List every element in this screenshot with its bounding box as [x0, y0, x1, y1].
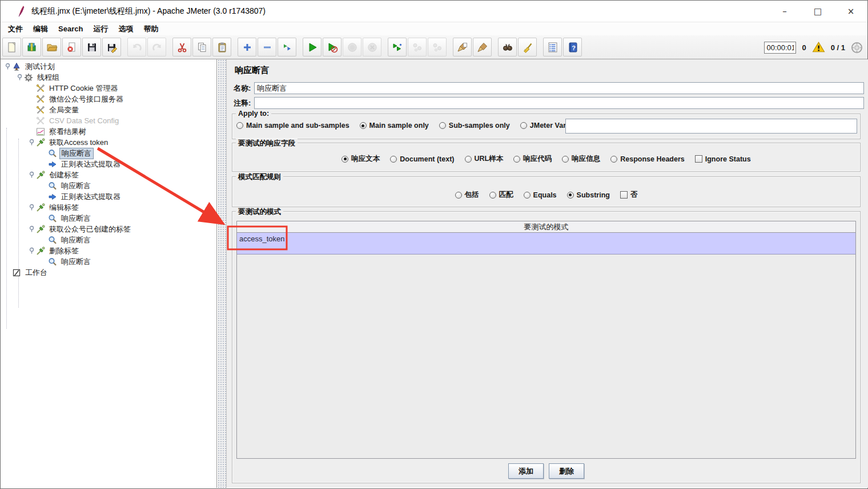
- radio-icon[interactable]: [236, 122, 243, 129]
- new-file-button[interactable]: [2, 38, 21, 56]
- tree-node-响应断言[interactable]: 响应断言: [1, 148, 216, 159]
- maximize-button[interactable]: □: [801, 1, 834, 22]
- pattern-rules-option-2[interactable]: Equals: [524, 191, 557, 199]
- minimize-button[interactable]: –: [768, 1, 801, 22]
- comment-input[interactable]: [254, 97, 864, 109]
- remove-button[interactable]: [258, 38, 276, 56]
- tree-node-创建标签[interactable]: 创建标签: [1, 169, 216, 180]
- tree-node-获取Access token[interactable]: 获取Access token: [1, 137, 216, 148]
- patterns-column-header[interactable]: 要测试的模式: [237, 221, 855, 233]
- menu-item-帮助[interactable]: 帮助: [138, 23, 163, 35]
- tree-node-删除标签[interactable]: 删除标签: [1, 245, 216, 256]
- menu-item-选项[interactable]: 选项: [113, 23, 138, 35]
- tree-node-响应断言[interactable]: 响应断言: [1, 256, 216, 267]
- response-field-option-1[interactable]: Document (text): [390, 155, 454, 163]
- radio-icon[interactable]: [610, 156, 617, 163]
- pattern-row[interactable]: access_token: [237, 233, 855, 254]
- menu-item-运行[interactable]: 运行: [88, 23, 113, 35]
- cut-button[interactable]: [172, 38, 191, 56]
- pattern-rules-checkbox[interactable]: 否: [620, 190, 638, 200]
- panel-splitter[interactable]: [218, 59, 227, 488]
- apply-to-option-2[interactable]: Sub-samples only: [439, 122, 510, 130]
- remote-start-all-button[interactable]: [388, 38, 407, 56]
- menu-item-文件[interactable]: 文件: [3, 23, 28, 35]
- expand-handle-icon[interactable]: [27, 203, 36, 212]
- response-field-checkbox[interactable]: Ignore Status: [695, 155, 751, 163]
- jmeter-variable-input[interactable]: [565, 119, 857, 134]
- delete-button[interactable]: 删除: [549, 463, 584, 479]
- radio-icon[interactable]: [360, 122, 367, 129]
- expand-handle-icon[interactable]: [27, 138, 36, 147]
- clear-all-button[interactable]: [473, 38, 492, 56]
- toolbar-group: [388, 38, 447, 56]
- radio-icon[interactable]: [567, 192, 574, 199]
- search-reset-button[interactable]: [518, 38, 537, 56]
- search-button[interactable]: [498, 38, 517, 56]
- radio-icon[interactable]: [489, 192, 496, 199]
- toggle-arrows-button[interactable]: [278, 38, 296, 56]
- tree-node-工作台[interactable]: 工作台: [1, 267, 216, 278]
- radio-icon[interactable]: [390, 156, 397, 163]
- response-field-option-5[interactable]: Response Headers: [610, 155, 685, 163]
- apply-to-option-0[interactable]: Main sample and sub-samples: [236, 122, 349, 130]
- radio-icon[interactable]: [524, 192, 531, 199]
- apply-to-option-1[interactable]: Main sample only: [360, 122, 429, 130]
- templates-button[interactable]: [22, 38, 41, 56]
- radio-icon[interactable]: [341, 156, 348, 163]
- tree-node-正则表达式提取器[interactable]: 正则表达式提取器: [1, 191, 216, 202]
- save-as-button[interactable]: [102, 38, 121, 56]
- tree-node-响应断言[interactable]: 响应断言: [1, 213, 216, 224]
- menu-item-Search[interactable]: Search: [53, 23, 88, 34]
- paste-button[interactable]: [212, 38, 231, 56]
- tree-node-响应断言[interactable]: 响应断言: [1, 235, 216, 245]
- pattern-rules-option-3[interactable]: Substring: [567, 191, 610, 199]
- expand-handle-icon[interactable]: [3, 62, 12, 71]
- checkbox-icon[interactable]: [695, 155, 702, 163]
- close-file-button[interactable]: [62, 38, 81, 56]
- pattern-rules-option-1[interactable]: 匹配: [489, 190, 513, 200]
- save-button[interactable]: [82, 38, 101, 56]
- start-button[interactable]: [303, 38, 322, 56]
- add-button[interactable]: 添加: [508, 463, 544, 479]
- tree-node-编辑标签[interactable]: 编辑标签: [1, 202, 216, 213]
- handle-spacer: [39, 236, 48, 245]
- function-helper-button[interactable]: [543, 38, 562, 56]
- help-button[interactable]: ?: [563, 38, 582, 56]
- radio-icon[interactable]: [455, 192, 462, 199]
- tree-node-HTTP Cookie 管理器[interactable]: HTTP Cookie 管理器: [1, 83, 216, 94]
- expand-handle-icon[interactable]: [27, 171, 36, 180]
- tree-node-正则表达式提取器[interactable]: 正则表达式提取器: [1, 159, 216, 169]
- expand-handle-icon[interactable]: [27, 246, 36, 256]
- expand-handle-icon[interactable]: [27, 225, 36, 234]
- copy-button[interactable]: [192, 38, 211, 56]
- clear-button[interactable]: [453, 38, 472, 56]
- tree-node-察看结果树[interactable]: 察看结果树: [1, 126, 216, 137]
- tree-node-微信公众号接口服务器[interactable]: 微信公众号接口服务器: [1, 94, 216, 104]
- response-field-option-2[interactable]: URL样本: [465, 154, 504, 164]
- name-input[interactable]: [254, 82, 864, 94]
- pattern-rules-option-0[interactable]: 包括: [455, 190, 479, 200]
- tree-node-响应断言[interactable]: 响应断言: [1, 180, 216, 191]
- checkbox-icon[interactable]: [620, 191, 628, 199]
- expand-handle-icon[interactable]: [15, 73, 24, 82]
- radio-icon[interactable]: [439, 122, 446, 129]
- tree-node-获取公众号已创建的标签[interactable]: 获取公众号已创建的标签: [1, 224, 216, 235]
- tree-node-线程组[interactable]: 线程组: [1, 72, 216, 83]
- radio-icon[interactable]: [513, 156, 520, 163]
- tree-node-CSV Data Set Config[interactable]: CSV Data Set Config: [1, 115, 216, 126]
- warning-icon[interactable]: [812, 42, 825, 53]
- start-no-pauses-button[interactable]: [323, 38, 341, 56]
- close-button[interactable]: ×: [834, 1, 867, 22]
- menu-item-编辑[interactable]: 编辑: [28, 23, 53, 35]
- add-button[interactable]: [238, 38, 256, 56]
- radio-icon[interactable]: [465, 156, 472, 163]
- tree-node-测试计划[interactable]: 测试计划: [1, 61, 216, 72]
- tree-node-全局变量[interactable]: 全局变量: [1, 104, 216, 115]
- open-file-button[interactable]: [42, 38, 61, 56]
- response-field-option-0[interactable]: 响应文本: [341, 154, 380, 164]
- radio-icon[interactable]: [520, 122, 527, 129]
- response-field-option-4[interactable]: 响应信息: [562, 154, 600, 164]
- response-field-title: 要测试的响应字段: [236, 139, 298, 148]
- response-field-option-3[interactable]: 响应代码: [513, 154, 552, 164]
- radio-icon[interactable]: [562, 156, 569, 163]
